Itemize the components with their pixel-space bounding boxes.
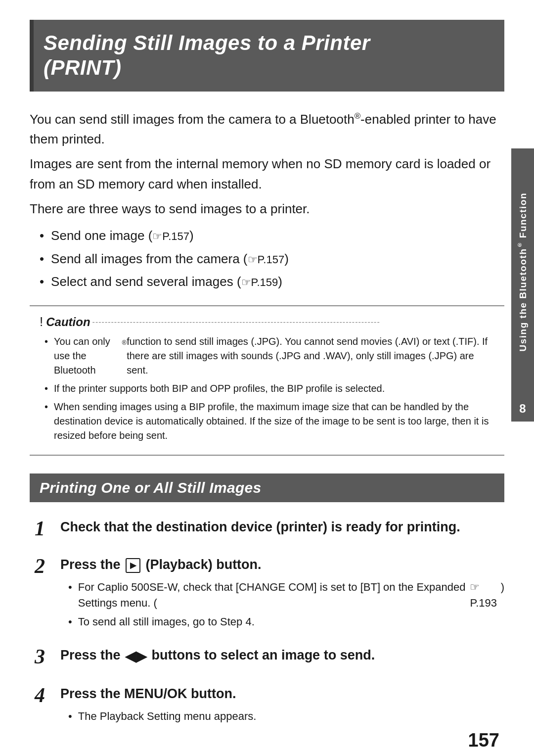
intro-section: You can send still images from the camer…	[30, 109, 504, 291]
sidebar-number: 8	[511, 396, 534, 422]
caution-bullets: You can only use the Bluetooth® function…	[44, 334, 494, 443]
caution-item-1: You can only use the Bluetooth® function…	[44, 334, 494, 378]
caution-dashes: ----------------------------------------…	[92, 318, 380, 327]
intro-para-2: Images are sent from the internal memory…	[30, 154, 504, 194]
page-container: Sending Still Images to a Printer (PRINT…	[0, 0, 534, 756]
step-1-content: Check that the destination device (print…	[60, 518, 504, 542]
step-2-bullet-1: For Caplio 500SE-W, check that [CHANGE C…	[68, 579, 504, 611]
step-3: 3 Press the ◀▶ buttons to select an imag…	[35, 646, 504, 670]
caution-icon: !	[40, 314, 43, 330]
intro-para-1: You can send still images from the camer…	[30, 109, 504, 149]
section-header: Printing One or All Still Images	[30, 473, 504, 502]
title-block: Sending Still Images to a Printer (PRINT…	[30, 20, 504, 92]
step-1: 1 Check that the destination device (pri…	[35, 518, 504, 542]
list-item: Select and send several images (☞P.159)	[40, 272, 504, 291]
page-title: Sending Still Images to a Printer (PRINT…	[44, 31, 490, 81]
step-4-content: Press the MENU/OK button. The Playback S…	[60, 685, 504, 727]
step-4-bullets: The Playback Setting menu appears.	[68, 709, 504, 724]
step-4: 4 Press the MENU/OK button. The Playback…	[35, 685, 504, 727]
caution-box: ! Caution ------------------------------…	[30, 305, 504, 456]
step-3-text: Press the ◀▶ buttons to select an image …	[60, 646, 504, 665]
step-4-text: Press the MENU/OK button.	[60, 685, 504, 704]
step-2-bullets: For Caplio 500SE-W, check that [CHANGE C…	[68, 579, 504, 630]
step-2-number: 2	[35, 556, 52, 576]
caution-item-3: When sending images using a BIP profile,…	[44, 400, 494, 443]
caution-header: ! Caution ------------------------------…	[40, 314, 494, 330]
step-3-number: 3	[35, 646, 52, 667]
ways-list: Send one image (☞P.157) Send all images …	[40, 226, 504, 291]
step-2-bullet-2: To send all still images, go to Step 4.	[68, 614, 504, 630]
step-2-content: Press the ▶ (Playback) button. For Capli…	[60, 556, 504, 632]
page-number: 157	[468, 730, 499, 751]
step-2: 2 Press the ▶ (Playback) button. For Cap…	[35, 556, 504, 632]
steps-container: 1 Check that the destination device (pri…	[35, 518, 504, 727]
step-4-number: 4	[35, 685, 52, 706]
playback-icon: ▶	[126, 558, 140, 573]
sidebar-text: Using the Bluetooth® Function	[517, 192, 529, 351]
arrow-icons: ◀▶	[125, 647, 147, 666]
step-4-bullet-1: The Playback Setting menu appears.	[68, 709, 504, 724]
caution-item-2: If the printer supports both BIP and OPP…	[44, 381, 494, 396]
step-2-text: Press the ▶ (Playback) button.	[60, 556, 504, 574]
caution-label: Caution	[46, 315, 90, 329]
step-1-text: Check that the destination device (print…	[60, 518, 504, 537]
list-item: Send all images from the camera (☞P.157)	[40, 249, 504, 269]
step-3-content: Press the ◀▶ buttons to select an image …	[60, 646, 504, 670]
list-item: Send one image (☞P.157)	[40, 226, 504, 245]
step-1-number: 1	[35, 518, 52, 539]
section-title: Printing One or All Still Images	[40, 479, 494, 496]
right-sidebar: Using the Bluetooth® Function	[511, 148, 534, 396]
intro-para-3: There are three ways to send images to a…	[30, 199, 504, 219]
